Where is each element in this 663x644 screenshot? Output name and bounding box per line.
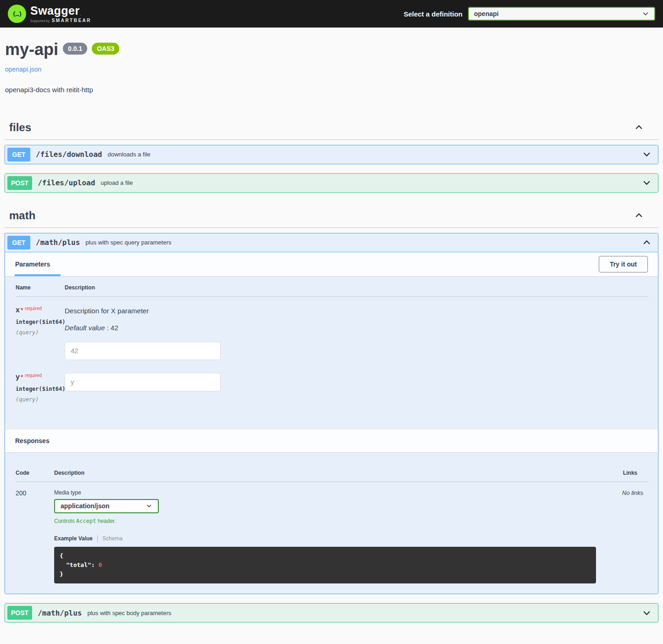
method-badge-post: POST xyxy=(7,606,32,620)
operation-summary-text: plus with spec query parameters xyxy=(85,239,171,246)
code-key: "total" xyxy=(66,561,91,568)
operation-summary-row[interactable]: GET /files/download downloads a file xyxy=(5,145,658,164)
operation-get-math-plus: GET /math/plus plus with spec query para… xyxy=(5,233,658,594)
parameter-row-y: y*required integer($int64) (query) xyxy=(16,360,649,403)
default-value-label: Default value xyxy=(65,324,105,332)
parameters-container: Name Description x*required integer($int… xyxy=(5,276,658,429)
example-tabs: Example Value Schema xyxy=(54,535,596,542)
api-description: openapi3-docs with reitit-http xyxy=(5,86,658,94)
tab-example-value[interactable]: Example Value xyxy=(54,535,93,542)
param-description: Description for X parameter xyxy=(65,307,649,315)
required-label: required xyxy=(25,373,42,378)
param-location: (query) xyxy=(16,396,65,403)
method-badge-get: GET xyxy=(7,148,30,161)
swagger-logo-text: Swagger xyxy=(30,5,80,17)
response-code: 200 xyxy=(16,489,54,583)
try-it-out-button[interactable]: Try it out xyxy=(599,256,648,272)
default-value: 42 xyxy=(111,324,118,332)
oas3-badge: OAS3 xyxy=(92,43,119,55)
param-name-column-header: Name xyxy=(16,284,65,291)
operation-summary-text: upload a file xyxy=(100,179,133,186)
responses-header: Responses xyxy=(5,429,658,452)
code-line-close: } xyxy=(60,570,591,579)
operation-summary-row[interactable]: POST /math/plus plus with spec body para… xyxy=(5,604,658,622)
tab-schema[interactable]: Schema xyxy=(102,535,123,542)
operation-summary-row[interactable]: POST /files/upload upload a file xyxy=(5,174,658,192)
operation-get-files-download: GET /files/download downloads a file xyxy=(5,145,658,164)
response-links: No links xyxy=(596,489,649,583)
param-default: Default value : 42 xyxy=(65,324,649,332)
operation-path: /math/plus xyxy=(38,609,82,617)
math-section: math GET /math/plus plus with spec query… xyxy=(0,204,663,622)
required-asterisk: * xyxy=(21,306,23,314)
collapse-section-button[interactable] xyxy=(634,211,654,220)
accept-header-note: Controls Accept header. xyxy=(54,518,596,524)
description-column-header: Description xyxy=(54,470,596,476)
files-section-header[interactable]: files xyxy=(5,116,658,140)
parameters-header: Parameters Try it out xyxy=(5,252,658,276)
definition-select[interactable]: openapi xyxy=(468,7,655,21)
expand-operation-button[interactable] xyxy=(642,150,656,159)
operation-summary-text: downloads a file xyxy=(108,151,150,158)
responses-container: Code Description Links 200 Media type ap… xyxy=(5,452,658,594)
code-line-open: { xyxy=(60,551,591,561)
swagger-logo-tm: . xyxy=(80,11,81,17)
param-location: (query) xyxy=(16,329,65,336)
parameter-row-x: x*required integer($int64) (query) Descr… xyxy=(16,297,649,360)
smartbear-label: SMARTBEAR xyxy=(52,18,91,23)
operation-path: /files/upload xyxy=(38,178,95,187)
swagger-braces-icon: {…} xyxy=(8,5,26,23)
response-row-200: 200 Media type application/json Controls… xyxy=(16,482,649,583)
operation-post-math-plus: POST /math/plus plus with spec body para… xyxy=(5,603,658,622)
responses-title: Responses xyxy=(15,437,50,444)
operation-path: /math/plus xyxy=(36,238,80,247)
param-name: x xyxy=(16,306,20,314)
expand-operation-button[interactable] xyxy=(642,608,656,618)
section-title-files: files xyxy=(9,121,31,134)
code-colon: : xyxy=(91,561,99,568)
operation-post-files-upload: POST /files/upload upload a file xyxy=(5,173,658,193)
definition-select-value: openapi xyxy=(474,10,499,17)
tab-parameters[interactable]: Parameters xyxy=(15,261,50,268)
media-type-label: Media type xyxy=(54,489,596,496)
expand-operation-button[interactable] xyxy=(642,178,656,188)
operation-summary-row[interactable]: GET /math/plus plus with spec query para… xyxy=(5,233,658,252)
collapse-section-button[interactable] xyxy=(634,122,654,132)
accept-note-code: Accept xyxy=(76,518,96,524)
spec-link[interactable]: openapi.json xyxy=(5,66,41,73)
code-number-value: 0 xyxy=(98,561,102,568)
api-title: my-api xyxy=(5,40,58,59)
section-title-math: math xyxy=(9,209,35,222)
method-badge-get: GET xyxy=(7,236,30,250)
param-y-input[interactable] xyxy=(65,373,221,391)
math-section-header[interactable]: math xyxy=(5,204,658,228)
swagger-wordmark: Swagger . Supported by SMARTBEAR xyxy=(30,5,91,23)
accept-note-suffix: header. xyxy=(96,518,116,524)
method-badge-post: POST xyxy=(7,176,32,190)
files-section: files GET /files/download downloads a fi… xyxy=(0,116,663,193)
code-line-total: "total": 0 xyxy=(60,561,591,570)
tab-divider xyxy=(97,535,98,542)
required-label: required xyxy=(25,306,42,311)
default-value-sep: : xyxy=(105,324,111,332)
code-column-header: Code xyxy=(16,470,54,476)
chevron-down-icon xyxy=(146,503,152,509)
param-name: y xyxy=(16,373,20,381)
media-type-value: application/json xyxy=(61,502,110,510)
collapse-operation-button[interactable] xyxy=(642,238,656,247)
supported-by-label: Supported by xyxy=(30,19,50,22)
operation-path: /files/download xyxy=(36,150,102,159)
operation-summary-text: plus with spec body parameters xyxy=(87,610,171,616)
links-column-header: Links xyxy=(596,470,649,476)
version-badge: 0.0.1 xyxy=(63,43,87,55)
chevron-down-icon xyxy=(642,10,649,17)
definition-select-label: Select a definition xyxy=(404,10,462,18)
required-asterisk: * xyxy=(21,373,23,381)
media-type-select[interactable]: application/json xyxy=(54,499,159,513)
param-type: integer($int64) xyxy=(16,319,65,325)
example-code-block: { "total": 0 } xyxy=(54,547,596,583)
active-tab-underline xyxy=(15,274,61,276)
param-type: integer($int64) xyxy=(16,386,65,392)
accept-note-prefix: Controls xyxy=(54,518,76,524)
param-x-input[interactable] xyxy=(65,342,221,360)
